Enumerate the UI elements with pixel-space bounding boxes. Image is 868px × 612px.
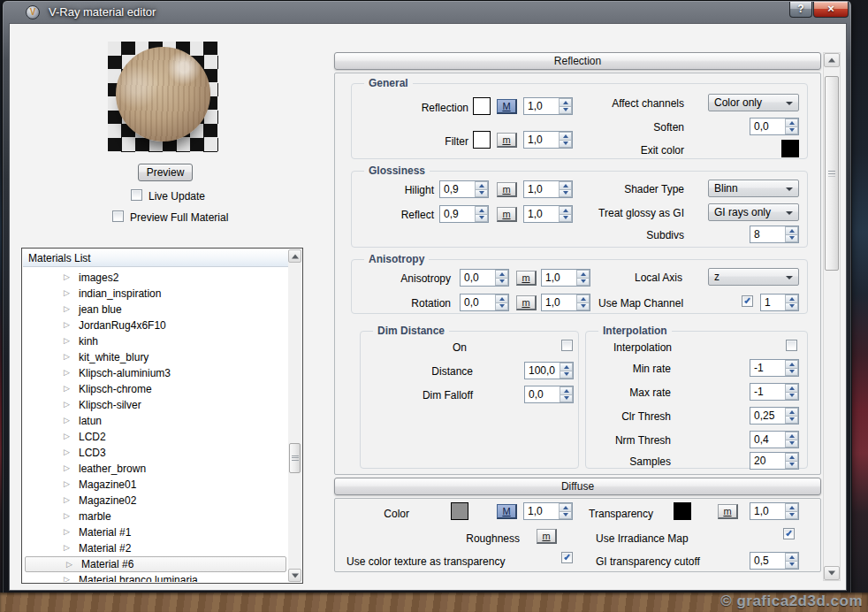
expander-icon[interactable]: ▷ [64,495,74,504]
spin-up-button[interactable] [785,226,798,235]
spin-up-button[interactable] [785,360,798,369]
anisotropy-value[interactable]: 0,0 [461,270,495,286]
reflect-value[interactable]: 0,9 [440,206,475,222]
subdivs-spinbox[interactable]: 8 [750,226,799,243]
materials-list-item[interactable]: ▷LCD2 [23,429,288,445]
scroll-down-button[interactable] [288,569,301,582]
shader-type-select[interactable]: Blinn [708,180,799,197]
spin-down-button[interactable] [495,303,508,311]
expander-icon[interactable]: ▷ [64,368,74,377]
expander-icon[interactable]: ▷ [64,511,74,520]
preview-full-material-checkbox[interactable] [112,210,124,222]
spin-down-button[interactable] [559,190,572,198]
rotation-value[interactable]: 0,0 [461,295,495,310]
spin-up-button[interactable] [785,408,798,417]
close-button[interactable]: × [813,2,849,18]
dim-on-checkbox[interactable] [561,340,573,351]
materials-list-item[interactable]: ▷marble [23,509,288,524]
spin-down-button[interactable] [475,215,488,223]
spin-down-button[interactable] [785,303,798,311]
soften-spinbox[interactable]: 0,0 [750,118,799,135]
spin-up-button[interactable] [560,386,573,395]
help-button[interactable]: ? [789,2,812,18]
expander-icon[interactable]: ▷ [64,320,74,329]
materials-list-item[interactable]: ▷Material #1 [23,524,288,540]
spin-up-button[interactable] [559,132,572,141]
transparency-amount-value[interactable]: 1,0 [750,503,785,519]
spin-down-button[interactable] [560,395,573,403]
spin-up-button[interactable] [560,363,573,371]
expander-icon[interactable]: ▷ [64,272,74,281]
hilight-amount-spinbox[interactable]: 1,0 [523,180,573,198]
scroll-up-button[interactable] [824,53,840,67]
diffuse-section-header[interactable]: Diffuse [334,478,821,495]
hilight-spinbox[interactable]: 0,9 [439,180,489,198]
expander-icon[interactable]: ▷ [64,479,74,488]
subdivs-value[interactable]: 8 [750,226,785,242]
expander-icon[interactable]: ▷ [64,400,74,409]
expander-icon[interactable]: ▷ [64,352,74,361]
expander-icon[interactable]: ▷ [64,288,74,297]
clr-thresh-value[interactable]: 0,25 [750,408,785,424]
scrollbar-thumb[interactable] [825,76,839,271]
materials-list-item[interactable]: ▷Magazine01 [23,477,288,493]
materials-list-item[interactable]: ▷kit_white_blury [23,349,288,365]
materials-list-item[interactable]: ▷Magazine02 [23,493,288,509]
spin-down-button[interactable] [785,562,798,570]
reflect-amount-spinbox[interactable]: 1,0 [523,205,573,223]
expander-icon[interactable]: ▷ [64,463,74,472]
spin-down-button[interactable] [576,279,590,287]
expander-icon[interactable]: ▷ [66,560,77,569]
materials-list-item[interactable]: ▷images2 [23,270,288,286]
spin-up-button[interactable] [495,270,508,279]
materials-list-item[interactable]: ▷indian_inspiration [23,286,288,302]
spin-up-button[interactable] [576,295,590,303]
anisotropy-amount-spinbox[interactable]: 1,0 [541,269,590,287]
max-rate-value[interactable]: -1 [750,384,785,400]
spin-up-button[interactable] [785,295,798,303]
materials-list-item[interactable]: ▷latun [23,413,288,429]
spin-down-button[interactable] [576,303,590,311]
materials-list-item[interactable]: ▷Klipsch-aluminium3 [23,365,288,381]
spin-down-button[interactable] [495,279,508,287]
nrm-thresh-spinbox[interactable]: 0,4 [750,431,799,448]
filter-amount-spinbox[interactable]: 1,0 [523,131,573,149]
anisotropy-amount-value[interactable]: 1,0 [542,270,576,286]
spin-down-button[interactable] [560,371,573,379]
filter-color-swatch[interactable] [473,131,491,149]
materials-list-item[interactable]: ▷Klipsch-silver [23,397,288,413]
use-irradiance-checkbox[interactable] [783,528,795,539]
expander-icon[interactable]: ▷ [64,384,74,393]
min-rate-value[interactable]: -1 [750,360,785,376]
spin-up-button[interactable] [475,206,488,215]
expander-icon[interactable]: ▷ [64,575,74,582]
spin-up-button[interactable] [785,453,798,462]
rotation-amount-spinbox[interactable]: 1,0 [541,294,590,311]
reflect-spinbox[interactable]: 0,9 [439,205,489,223]
nrm-thresh-value[interactable]: 0,4 [750,432,785,448]
preview-button[interactable]: Preview [138,164,193,181]
distance-spinbox[interactable]: 100,0 [524,362,574,379]
spin-down-button[interactable] [785,417,798,425]
exit-color-swatch[interactable] [781,140,799,157]
gi-cutoff-value[interactable]: 0,5 [750,553,785,569]
anisotropy-spinbox[interactable]: 0,0 [460,269,509,287]
spin-down-button[interactable] [785,369,798,377]
hilight-amount-value[interactable]: 1,0 [524,181,559,197]
materials-list-scrollbar[interactable] [288,249,301,582]
spin-down-button[interactable] [785,127,798,135]
expander-icon[interactable]: ▷ [64,448,74,456]
reflection-section-header[interactable]: Reflection [334,52,821,70]
spin-down-button[interactable] [475,190,488,198]
interpolation-checkbox[interactable] [786,340,797,351]
transparency-swatch[interactable] [674,502,691,520]
samples-spinbox[interactable]: 20 [750,452,799,470]
materials-list-item[interactable]: ▷LCD3 [23,445,288,461]
filter-map-button[interactable]: m [497,133,517,148]
spin-up-button[interactable] [785,503,798,512]
spin-up-button[interactable] [576,270,590,279]
treat-glossy-select[interactable]: GI rays only [708,203,799,221]
spin-down-button[interactable] [785,393,798,401]
spin-down-button[interactable] [559,107,572,115]
spin-down-button[interactable] [785,512,798,520]
